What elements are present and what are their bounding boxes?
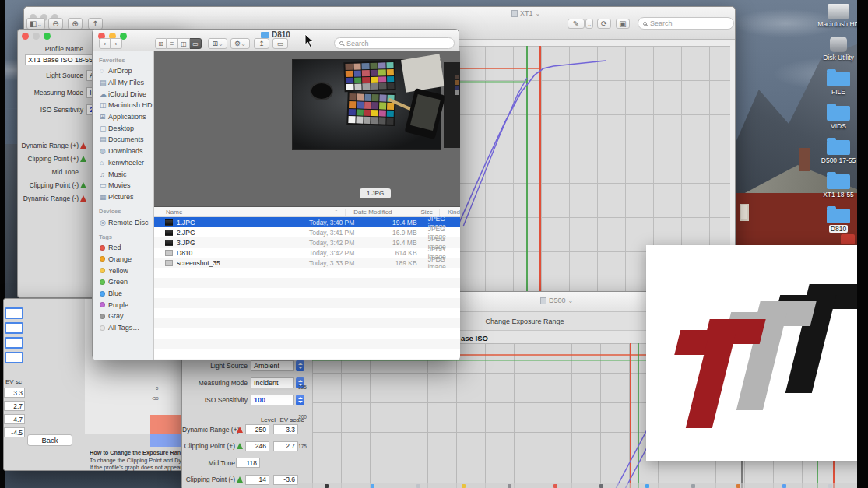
level-field[interactable] — [5, 307, 23, 319]
tag-item[interactable]: All Tags… — [93, 322, 153, 334]
preview-image-next[interactable] — [444, 62, 460, 148]
action-menu-button[interactable]: ⚙ — [230, 38, 250, 49]
share-button[interactable]: ↥ — [254, 38, 269, 49]
share-button[interactable]: ↥ — [88, 18, 103, 30]
coverflow-view-button[interactable]: ▭ — [190, 38, 202, 49]
sidebar-item[interactable]: ◍ Downloads — [93, 146, 153, 157]
icon-view-button[interactable]: ⊞ — [155, 38, 167, 49]
sidebar-toggle-button[interactable]: ◧ — [26, 18, 45, 30]
back-button[interactable]: Back — [27, 434, 72, 446]
color-patch — [362, 83, 370, 90]
level-value-field[interactable]: 14 — [245, 475, 269, 485]
sidebar-item[interactable]: ◌ AirDrop — [93, 65, 153, 77]
tag-item[interactable]: Blue — [93, 288, 153, 300]
desktop-icon[interactable]: Disk Utility — [818, 34, 859, 61]
coverflow-preview[interactable]: 1.JPG — [154, 51, 460, 207]
stepper-icon[interactable] — [296, 360, 304, 371]
dock[interactable] — [297, 483, 859, 488]
preview-image-main[interactable] — [292, 59, 441, 150]
desktop-icon[interactable]: XT1 18-55 — [818, 170, 859, 198]
sidebar-item[interactable]: ▤ All My Files — [93, 77, 153, 89]
sidebar-item[interactable]: ◎ Remote Disc — [93, 216, 153, 228]
desktop-icon[interactable]: D810 — [818, 205, 859, 233]
tag-item[interactable]: Orange — [93, 254, 153, 265]
ev-value-field[interactable]: 2.7 — [4, 401, 25, 411]
dock-app-icon[interactable] — [508, 484, 511, 488]
stepper-icon[interactable] — [296, 395, 304, 405]
markup-menu-button[interactable] — [585, 19, 593, 29]
dock-app-icon[interactable] — [325, 484, 329, 488]
crop-button[interactable]: ▣ — [616, 19, 630, 29]
dock-app-icon[interactable] — [691, 484, 695, 488]
zoom-in-button[interactable]: ⊕ — [68, 18, 83, 30]
sidebar-item[interactable]: ◫ Macintosh HD — [93, 100, 153, 111]
tag-item[interactable]: Red — [93, 242, 153, 254]
setting-dropdown[interactable]: 100 — [251, 395, 294, 405]
ev-value-field[interactable]: -4.7 — [4, 414, 25, 424]
sidebar-item[interactable]: ▦ Pictures — [93, 191, 153, 203]
dock-app-icon[interactable] — [782, 484, 786, 488]
dock-app-icon[interactable] — [416, 484, 420, 488]
sidebar-item[interactable]: ⊞ Applications — [93, 111, 153, 123]
desktop-icon[interactable]: VIDS — [818, 102, 859, 130]
ev-value-field[interactable]: -4.5 — [4, 427, 25, 437]
window-controls[interactable] — [22, 33, 51, 40]
column-view-button[interactable]: ◫ — [178, 38, 190, 49]
finder-search-input[interactable]: Search — [334, 37, 455, 49]
setting-dropdown[interactable]: Ambient — [251, 360, 294, 371]
sidebar-item[interactable]: ⌂ kenwheeler — [93, 157, 153, 169]
arrange-button[interactable]: ⊞ — [208, 38, 227, 49]
level-field[interactable] — [5, 322, 23, 334]
dock-app-icon[interactable] — [371, 484, 374, 488]
file-row[interactable]: 2.JPG Today, 3:41 PM 16.9 MB JPEG image — [154, 227, 460, 237]
ev-value-field[interactable]: 3.3 — [4, 388, 25, 398]
sidebar-item[interactable]: ☁ iCloud Drive — [93, 88, 153, 100]
zoom-button[interactable] — [44, 33, 51, 40]
setting-dropdown[interactable]: Incident — [251, 377, 294, 388]
zoom-out-button[interactable]: ⊖ — [48, 18, 63, 30]
sidebar-item[interactable]: ▤ Documents — [93, 134, 153, 146]
ev-value-field[interactable]: -3.6 — [273, 475, 298, 485]
sidebar-item[interactable]: ▭ Movies — [93, 180, 153, 191]
sidebar-item[interactable]: ♫ Music — [93, 168, 153, 180]
dock-app-icon[interactable] — [736, 484, 740, 488]
tag-item[interactable]: Green — [93, 276, 153, 288]
level-value-field[interactable]: 246 — [245, 441, 269, 451]
dock-app-icon[interactable] — [645, 484, 649, 488]
level-value-field[interactable]: 118 — [236, 458, 260, 468]
close-button[interactable] — [22, 33, 29, 40]
file-row[interactable]: D810 Today, 3:42 PM 614 KB JPEG image — [154, 248, 460, 258]
search-input[interactable]: Search — [638, 17, 734, 30]
tag-item[interactable]: Purple — [93, 299, 153, 311]
markup-button[interactable]: ✎ — [568, 19, 585, 29]
dock-app-icon[interactable] — [462, 484, 466, 488]
file-row[interactable]: 3.JPG Today, 3:42 PM 19.4 MB JPEG image — [154, 237, 460, 248]
file-row[interactable]: screenshot_35 Today, 3:33 PM 189 KB JPEG… — [154, 258, 460, 268]
sort-caret-icon[interactable]: ˆ — [298, 209, 338, 216]
partial-file-icon[interactable] — [841, 234, 855, 244]
dock-app-icon[interactable] — [828, 484, 832, 488]
desktop-icon[interactable]: D500 17-55 — [818, 136, 859, 164]
level-field[interactable] — [5, 337, 23, 349]
level-field[interactable] — [5, 352, 23, 363]
list-view-button[interactable]: ≡ — [167, 38, 178, 49]
ev-value-field[interactable]: 3.3 — [273, 424, 298, 434]
tag-item[interactable]: Yellow — [93, 265, 153, 276]
range-triangle-icon — [80, 195, 86, 202]
sidebar-item[interactable]: ▢ Desktop — [93, 122, 153, 134]
forward-nav-button[interactable]: › — [111, 38, 122, 49]
desktop-icon[interactable]: FILE — [818, 68, 859, 96]
tags-button[interactable]: ▭ — [272, 38, 288, 49]
desktop-icon[interactable]: Macintosh HD — [818, 2, 859, 28]
file-row[interactable]: 1.JPG Today, 3:40 PM 19.4 MB JPEG image — [154, 217, 460, 227]
column-date[interactable]: Date Modified — [345, 209, 399, 216]
dock-app-icon[interactable] — [553, 484, 557, 488]
dock-app-icon[interactable] — [599, 484, 603, 488]
back-nav-button[interactable]: ‹ — [99, 38, 111, 49]
column-name[interactable]: Name — [154, 209, 298, 216]
level-value-field[interactable]: 250 — [245, 424, 269, 434]
tag-item[interactable]: Gray — [93, 311, 153, 322]
minimize-button[interactable] — [33, 33, 40, 40]
ev-value-field[interactable]: 2.7 — [273, 441, 298, 451]
rotate-button[interactable]: ⟳ — [597, 19, 611, 29]
